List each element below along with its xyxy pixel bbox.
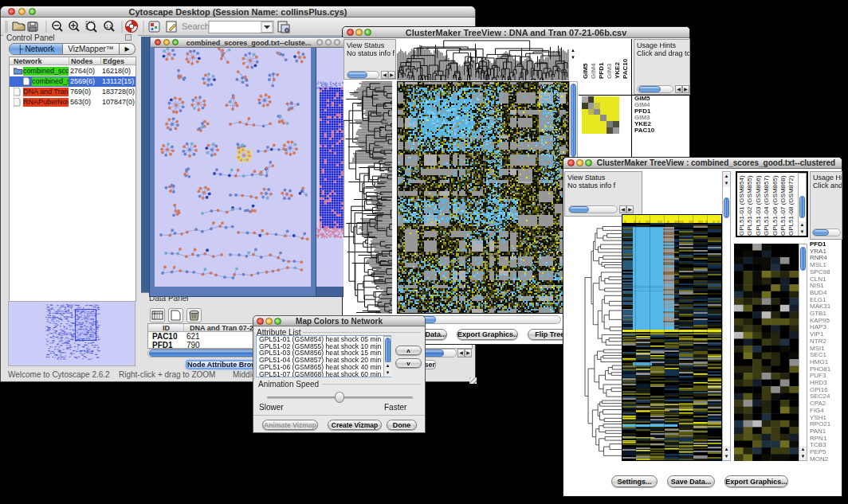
svg-text:Search:: Search: xyxy=(182,21,212,31)
svg-text:1:1: 1:1 xyxy=(106,24,112,29)
